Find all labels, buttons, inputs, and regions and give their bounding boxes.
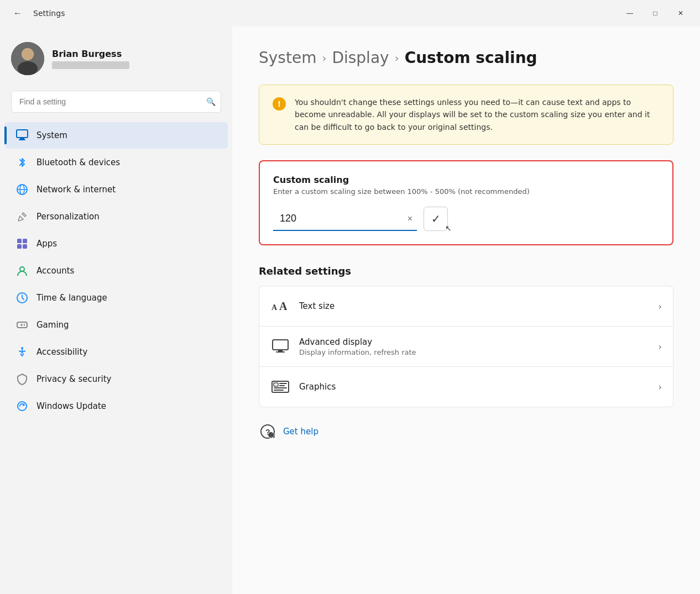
- sidebar-item-label-update: Windows Update: [36, 401, 106, 411]
- sidebar-item-label-system: System: [36, 130, 67, 140]
- svg-text:🎧: 🎧: [270, 433, 275, 438]
- svg-rect-13: [23, 244, 27, 249]
- titlebar-left: ← Settings: [9, 4, 65, 22]
- sidebar-item-time[interactable]: Time & language: [4, 285, 228, 311]
- get-help-link[interactable]: Get help: [283, 427, 318, 437]
- warning-icon: !: [273, 97, 286, 111]
- sidebar-item-label-personalization: Personalization: [36, 212, 100, 222]
- graphics-icon: [270, 377, 290, 397]
- svg-rect-33: [274, 387, 287, 388]
- warning-text: You shouldn't change these settings unle…: [295, 96, 660, 133]
- warning-box: ! You shouldn't change these settings un…: [259, 85, 673, 145]
- user-info: Brian Burgess: [52, 49, 129, 69]
- svg-text:A: A: [271, 303, 278, 312]
- svg-point-20: [24, 325, 25, 326]
- advanced-display-label: Advanced display: [299, 337, 650, 347]
- svg-rect-31: [279, 383, 287, 384]
- setting-item-graphics[interactable]: Graphics ›: [259, 366, 673, 407]
- sidebar: Brian Burgess 🔍 SystemBluetooth & device…: [0, 27, 232, 594]
- svg-rect-10: [17, 239, 22, 243]
- sidebar-item-accessibility[interactable]: Accessibility: [4, 339, 228, 365]
- scaling-input-wrap: ×: [273, 207, 417, 231]
- user-profile: Brian Burgess: [0, 35, 232, 86]
- svg-rect-5: [20, 138, 24, 139]
- sidebar-item-system[interactable]: System: [4, 122, 228, 149]
- svg-rect-30: [274, 383, 278, 386]
- scaling-confirm-button[interactable]: ✓ ↖: [424, 207, 448, 231]
- sidebar-item-accounts[interactable]: Accounts: [4, 257, 228, 284]
- user-name: Brian Burgess: [52, 49, 129, 59]
- accounts-icon: [15, 264, 29, 277]
- breadcrumb-sep2: ›: [395, 51, 399, 65]
- breadcrumb-system: System: [259, 49, 316, 67]
- close-button[interactable]: ✕: [668, 4, 693, 22]
- sidebar-item-label-bluetooth: Bluetooth & devices: [36, 157, 120, 167]
- sidebar-item-gaming[interactable]: Gaming: [4, 312, 228, 338]
- update-icon: [15, 399, 29, 413]
- graphics-text: Graphics: [299, 382, 650, 392]
- svg-rect-28: [276, 351, 285, 353]
- search-box: 🔍: [11, 91, 221, 113]
- sidebar-item-update[interactable]: Windows Update: [4, 393, 228, 419]
- sidebar-item-apps[interactable]: Apps: [4, 230, 228, 257]
- setting-item-advanced-display[interactable]: Advanced display Display information, re…: [259, 326, 673, 366]
- get-help-row: ? 🎧 Get help: [259, 423, 673, 440]
- sidebar-item-label-apps: Apps: [36, 239, 57, 249]
- search-input[interactable]: [11, 91, 221, 113]
- svg-rect-4: [17, 130, 28, 138]
- gaming-icon: [15, 318, 29, 332]
- time-icon: [15, 291, 29, 304]
- scaling-card-subtitle: Enter a custom scaling size between 100%…: [273, 187, 659, 196]
- advanced-display-icon: [270, 337, 290, 356]
- search-icon: 🔍: [206, 97, 216, 106]
- sidebar-item-label-gaming: Gaming: [36, 320, 69, 330]
- accessibility-icon: [15, 345, 29, 359]
- svg-point-3: [22, 49, 33, 60]
- titlebar: ← Settings — □ ✕: [0, 0, 700, 27]
- sidebar-item-privacy[interactable]: Privacy & security: [4, 366, 228, 392]
- scaling-input-row: × ✓ ↖: [273, 207, 659, 231]
- sidebar-item-label-accessibility: Accessibility: [36, 347, 87, 357]
- advanced-display-desc: Display information, refresh rate: [299, 348, 650, 356]
- sidebar-item-label-privacy: Privacy & security: [36, 374, 111, 384]
- custom-scaling-card: Custom scaling Enter a custom scaling si…: [259, 160, 673, 245]
- app-title: Settings: [33, 9, 65, 18]
- scaling-clear-button[interactable]: ×: [408, 214, 412, 224]
- page-title: Custom scaling: [405, 49, 537, 67]
- scaling-value-input[interactable]: [273, 207, 417, 231]
- graphics-arrow: ›: [659, 382, 662, 392]
- svg-rect-34: [274, 390, 284, 391]
- sidebar-item-bluetooth[interactable]: Bluetooth & devices: [4, 149, 228, 176]
- sidebar-item-label-accounts: Accounts: [36, 266, 74, 276]
- privacy-icon: [15, 372, 29, 386]
- svg-point-19: [24, 324, 25, 325]
- advanced-display-arrow: ›: [659, 341, 662, 352]
- minimize-button[interactable]: —: [617, 4, 642, 22]
- scaling-card-title: Custom scaling: [273, 175, 659, 185]
- svg-point-14: [20, 267, 24, 271]
- breadcrumb: System › Display › Custom scaling: [259, 49, 673, 67]
- svg-rect-6: [19, 139, 25, 140]
- svg-rect-26: [273, 340, 288, 350]
- svg-text:A: A: [279, 300, 288, 312]
- text-size-label: Text size: [299, 301, 650, 311]
- breadcrumb-display: Display: [332, 49, 389, 67]
- back-button[interactable]: ←: [9, 4, 27, 22]
- text-size-arrow: ›: [659, 301, 662, 312]
- sidebar-item-network[interactable]: Network & internet: [4, 176, 228, 203]
- bluetooth-icon: [15, 156, 29, 169]
- text-size-icon: A A: [270, 296, 290, 316]
- related-settings-list: A A Text size ›: [259, 286, 673, 407]
- apps-icon: [15, 237, 29, 250]
- get-help-icon: ? 🎧: [259, 423, 276, 440]
- app-body: Brian Burgess 🔍 SystemBluetooth & device…: [0, 27, 700, 594]
- sidebar-item-personalization[interactable]: Personalization: [4, 203, 228, 230]
- maximize-button[interactable]: □: [642, 4, 668, 22]
- setting-item-text-size[interactable]: A A Text size ›: [259, 286, 673, 326]
- personalization-icon: [15, 210, 29, 223]
- svg-rect-12: [17, 244, 22, 249]
- titlebar-controls: — □ ✕: [617, 4, 693, 22]
- sidebar-item-label-network: Network & internet: [36, 185, 116, 195]
- related-settings-title: Related settings: [259, 265, 673, 277]
- breadcrumb-sep1: ›: [322, 51, 326, 65]
